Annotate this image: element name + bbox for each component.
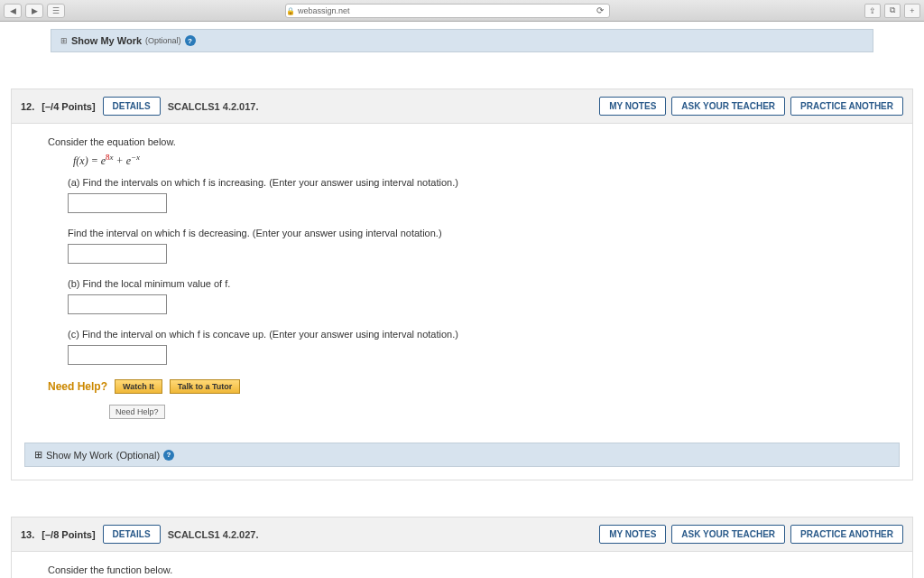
question-intro: Consider the equation below.: [48, 136, 900, 147]
question-number: 13.: [21, 529, 34, 540]
browser-toolbar: ◀ ▶ ☰ webassign.net ⇪ ⧉ +: [0, 0, 924, 22]
show-work-label: Show My Work: [46, 450, 113, 461]
need-help-tooltip: Need Help?: [109, 405, 165, 419]
reload-icon[interactable]: [596, 5, 604, 15]
part-b: (b) Find the local minimum value of f.: [68, 278, 900, 314]
details-button[interactable]: DETAILS: [103, 97, 161, 116]
back-button[interactable]: ◀: [4, 4, 22, 18]
tabs-icon[interactable]: ⧉: [884, 4, 901, 18]
show-work-optional: (Optional): [145, 36, 181, 45]
question-body: Consider the equation below. f(x) = e8x …: [12, 124, 912, 432]
show-work-label: Show My Work: [71, 35, 142, 46]
question-number: 12.: [21, 101, 34, 112]
question-header: 12. [–/4 Points] DETAILS SCALCLS1 4.2.01…: [12, 89, 912, 124]
part-a-text: (a) Find the intervals on which f is inc…: [68, 177, 458, 188]
answer-input-c[interactable]: [68, 345, 167, 365]
answer-input-a1[interactable]: [68, 193, 167, 213]
part-b-text: (b) Find the local minimum value of f.: [68, 278, 230, 289]
need-help-label: Need Help?: [48, 380, 107, 393]
part-a2: Find the interval on which f is decreasi…: [68, 228, 900, 264]
url-bar[interactable]: webassign.net: [285, 4, 610, 18]
practice-another-button[interactable]: PRACTICE ANOTHER: [790, 97, 903, 116]
question-ref: SCALCLS1 4.2.027.: [168, 529, 259, 540]
question-body: Consider the function below.: [12, 552, 912, 578]
help-icon[interactable]: ?: [185, 35, 196, 46]
my-notes-button[interactable]: MY NOTES: [599, 525, 666, 544]
answer-input-b[interactable]: [68, 294, 167, 314]
show-my-work-bar-top[interactable]: ⊞ Show My Work (Optional) ?: [51, 29, 873, 52]
expand-icon: ⊞: [34, 449, 42, 461]
ask-teacher-button[interactable]: ASK YOUR TEACHER: [671, 97, 785, 116]
part-a2-text: Find the interval on which f is decreasi…: [68, 228, 442, 238]
question-12: 12. [–/4 Points] DETAILS SCALCLS1 4.2.01…: [11, 89, 913, 480]
question-points: [–/8 Points]: [42, 529, 95, 540]
url-text: webassign.net: [298, 6, 350, 15]
need-help-row: Need Help? Watch It Talk to a Tutor: [48, 379, 900, 394]
part-a: (a) Find the intervals on which f is inc…: [68, 177, 900, 213]
show-my-work-bar-q12[interactable]: ⊞ Show My Work (Optional) ?: [24, 443, 900, 467]
question-header: 13. [–/8 Points] DETAILS SCALCLS1 4.2.02…: [12, 517, 912, 552]
help-icon[interactable]: ?: [163, 450, 174, 461]
question-ref: SCALCLS1 4.2.017.: [168, 101, 259, 112]
question-13: 13. [–/8 Points] DETAILS SCALCLS1 4.2.02…: [11, 517, 913, 578]
sidebar-button[interactable]: ☰: [47, 4, 65, 18]
show-work-optional: (Optional): [116, 450, 160, 461]
watch-it-button[interactable]: Watch It: [115, 379, 162, 394]
forward-button[interactable]: ▶: [25, 4, 43, 18]
part-c: (c) Find the interval on which f is conc…: [68, 329, 900, 365]
expand-icon: ⊞: [60, 36, 68, 45]
talk-tutor-button[interactable]: Talk to a Tutor: [170, 379, 241, 394]
answer-input-a2[interactable]: [68, 244, 167, 264]
equation: f(x) = e8x + e−x: [73, 153, 900, 168]
my-notes-button[interactable]: MY NOTES: [599, 97, 666, 116]
question-points: [–/4 Points]: [42, 101, 95, 112]
add-tab-icon[interactable]: +: [904, 4, 920, 18]
ask-teacher-button[interactable]: ASK YOUR TEACHER: [671, 525, 785, 544]
share-icon[interactable]: ⇪: [864, 4, 881, 18]
practice-another-button[interactable]: PRACTICE ANOTHER: [790, 525, 903, 544]
lock-icon: [286, 6, 295, 15]
question-intro: Consider the function below.: [48, 564, 900, 575]
part-c-text: (c) Find the interval on which f is conc…: [68, 329, 458, 340]
details-button[interactable]: DETAILS: [103, 525, 161, 544]
